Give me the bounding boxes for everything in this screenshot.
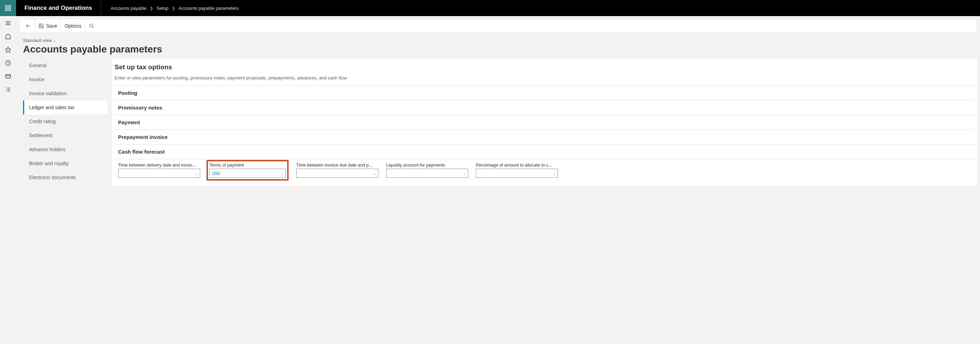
chevron-down-icon: ⌄ bbox=[280, 171, 283, 175]
group-promissory-notes[interactable]: Promissory notes bbox=[115, 100, 974, 115]
save-button-label: Save bbox=[46, 23, 57, 29]
field-dropdown[interactable]: 15D ⌄ bbox=[209, 169, 286, 178]
chevron-down-icon: ⌄ bbox=[373, 171, 376, 175]
field-time-between-invoice-due-and-payment: Time between invoice due date and p... ⌄ bbox=[296, 163, 379, 179]
nav-item-invoice-validation[interactable]: Invoice validation bbox=[23, 86, 108, 101]
modules-icon[interactable] bbox=[5, 86, 11, 93]
field-label: Liquidity account for payments bbox=[386, 163, 468, 168]
svg-marker-3 bbox=[6, 47, 11, 53]
svg-point-14 bbox=[90, 24, 93, 27]
section-description: Enter or view parameters for posting, pr… bbox=[115, 75, 974, 80]
field-label: Percentage of amount to allocate to c... bbox=[476, 163, 558, 168]
nav-item-electronic-documents[interactable]: Electronic documents bbox=[23, 170, 108, 184]
app-launcher-button[interactable] bbox=[0, 0, 16, 16]
svg-line-15 bbox=[92, 27, 93, 28]
breadcrumb-item-2[interactable]: Accounts payable parameters bbox=[178, 6, 239, 11]
nav-item-settlement[interactable]: Settlement bbox=[23, 128, 108, 142]
top-header: Finance and Operations Accounts payable … bbox=[0, 0, 980, 16]
options-button-label: Options bbox=[65, 23, 81, 29]
save-button[interactable]: Save bbox=[35, 19, 61, 32]
content-area: General Invoice Invoice validation Ledge… bbox=[16, 58, 980, 193]
field-dropdown[interactable]: ⌄ bbox=[118, 169, 200, 178]
waffle-icon bbox=[5, 5, 11, 11]
breadcrumb: Accounts payable ❯ Setup ❯ Accounts paya… bbox=[101, 6, 239, 11]
breadcrumb-item-1[interactable]: Setup bbox=[156, 6, 169, 11]
field-dropdown[interactable]: ⌄ bbox=[476, 169, 558, 178]
chevron-down-icon: ⌄ bbox=[53, 38, 56, 42]
field-dropdown[interactable]: ⌄ bbox=[386, 169, 468, 178]
nav-item-general[interactable]: General bbox=[23, 58, 108, 72]
action-toolbar: Save Options bbox=[19, 19, 977, 33]
field-label: Time between delivery date and invoic... bbox=[118, 163, 200, 168]
hamburger-menu-icon[interactable] bbox=[5, 19, 11, 27]
page-title: Accounts payable parameters bbox=[23, 44, 973, 55]
field-terms-of-payment: Terms of payment 15D ⌄ bbox=[207, 160, 289, 181]
group-cash-flow-forecast[interactable]: Cash flow forecast bbox=[115, 144, 974, 159]
chevron-down-icon: ⌄ bbox=[463, 171, 466, 175]
back-button[interactable] bbox=[22, 19, 35, 32]
field-value: 15D bbox=[212, 171, 220, 176]
content-main: Set up tax options Enter or view paramet… bbox=[112, 58, 977, 186]
field-label: Terms of payment bbox=[209, 163, 286, 168]
left-navigation-rail bbox=[0, 16, 16, 193]
field-time-between-delivery-and-invoice: Time between delivery date and invoic...… bbox=[118, 163, 200, 179]
nav-item-credit-rating[interactable]: Credit rating bbox=[23, 114, 108, 128]
chevron-right-icon: ❯ bbox=[172, 6, 175, 11]
workspace-icon[interactable] bbox=[5, 73, 11, 80]
cash-flow-forecast-fields: Time between delivery date and invoic...… bbox=[115, 159, 974, 179]
field-label: Time between invoice due date and p... bbox=[296, 163, 379, 168]
nav-item-ledger-and-sales-tax[interactable]: Ledger and sales tax bbox=[23, 101, 108, 114]
view-selector[interactable]: Standard view ⌄ bbox=[23, 38, 973, 43]
group-prepayment-invoice[interactable]: Prepayment invoice bbox=[115, 130, 974, 144]
field-liquidity-account-for-payments: Liquidity account for payments ⌄ bbox=[386, 163, 468, 179]
group-payment[interactable]: Payment bbox=[115, 115, 974, 130]
star-icon[interactable] bbox=[5, 46, 11, 53]
nav-item-invoice[interactable]: Invoice bbox=[23, 72, 108, 86]
chevron-down-icon: ⌄ bbox=[195, 171, 198, 175]
nav-item-advance-holders[interactable]: Advance holders bbox=[23, 142, 108, 157]
group-posting[interactable]: Posting bbox=[115, 85, 974, 100]
nav-item-broker-and-royalty[interactable]: Broker and royalty bbox=[23, 157, 108, 170]
chevron-down-icon: ⌄ bbox=[553, 171, 555, 175]
breadcrumb-item-0[interactable]: Accounts payable bbox=[111, 6, 147, 11]
options-button[interactable]: Options bbox=[61, 19, 85, 32]
page-header: Standard view ⌄ Accounts payable paramet… bbox=[16, 33, 980, 58]
chevron-right-icon: ❯ bbox=[150, 6, 153, 11]
home-icon[interactable] bbox=[5, 33, 11, 40]
section-title: Set up tax options bbox=[115, 63, 974, 71]
clock-icon[interactable] bbox=[5, 59, 11, 67]
app-title: Finance and Operations bbox=[16, 0, 101, 16]
search-button[interactable] bbox=[85, 19, 98, 32]
field-percentage-allocate-cash-flow: Percentage of amount to allocate to c...… bbox=[476, 163, 558, 179]
settings-nav-panel: General Invoice Invoice validation Ledge… bbox=[23, 58, 108, 186]
view-selector-label: Standard view bbox=[23, 38, 52, 43]
field-dropdown[interactable]: ⌄ bbox=[296, 169, 379, 178]
svg-rect-5 bbox=[6, 75, 11, 78]
